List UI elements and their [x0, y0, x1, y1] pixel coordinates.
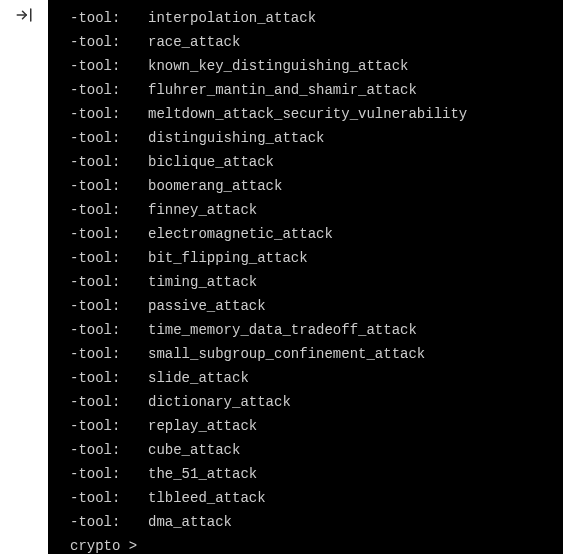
tool-value: boomerang_attack	[148, 174, 282, 198]
tool-flag-label: -tool:	[70, 318, 148, 342]
tool-value: replay_attack	[148, 414, 257, 438]
tool-value: distinguishing_attack	[148, 126, 324, 150]
terminal-line: -tool: time_memory_data_tradeoff_attack	[70, 318, 563, 342]
tool-flag-label: -tool:	[70, 510, 148, 534]
tool-value: biclique_attack	[148, 150, 274, 174]
exit-icon[interactable]	[15, 6, 33, 28]
tool-value: the_51_attack	[148, 462, 257, 486]
terminal-line: -tool: race_attack	[70, 30, 563, 54]
tool-value: bit_flipping_attack	[148, 246, 308, 270]
terminal-line: -tool: passive_attack	[70, 294, 563, 318]
terminal-line: -tool: known_key_distinguishing_attack	[70, 54, 563, 78]
terminal-line: -tool: distinguishing_attack	[70, 126, 563, 150]
terminal-line: -tool: tlbleed_attack	[70, 486, 563, 510]
terminal-line: -tool: replay_attack	[70, 414, 563, 438]
terminal-line: -tool: meltdown_attack_security_vulnerab…	[70, 102, 563, 126]
tool-flag-label: -tool:	[70, 126, 148, 150]
tool-value: time_memory_data_tradeoff_attack	[148, 318, 417, 342]
tool-flag-label: -tool:	[70, 78, 148, 102]
tool-flag-label: -tool:	[70, 54, 148, 78]
terminal-line: -tool: small_subgroup_confinement_attack	[70, 342, 563, 366]
tool-value: slide_attack	[148, 366, 249, 390]
terminal-line: -tool: dictionary_attack	[70, 390, 563, 414]
terminal-prompt: crypto >	[70, 538, 146, 554]
tool-flag-label: -tool:	[70, 438, 148, 462]
tool-flag-label: -tool:	[70, 342, 148, 366]
terminal-line: -tool: finney_attack	[70, 198, 563, 222]
tool-value: interpolation_attack	[148, 6, 316, 30]
tool-value: small_subgroup_confinement_attack	[148, 342, 425, 366]
terminal-output[interactable]: -tool: interpolation_attack-tool: race_a…	[48, 0, 563, 554]
terminal-line: -tool: fluhrer_mantin_and_shamir_attack	[70, 78, 563, 102]
terminal-line: -tool: bit_flipping_attack	[70, 246, 563, 270]
sidebar	[0, 0, 48, 554]
terminal-line: -tool: dma_attack	[70, 510, 563, 534]
tool-flag-label: -tool:	[70, 6, 148, 30]
tool-flag-label: -tool:	[70, 390, 148, 414]
tool-value: dma_attack	[148, 510, 232, 534]
tool-value: passive_attack	[148, 294, 266, 318]
tool-value: finney_attack	[148, 198, 257, 222]
tool-flag-label: -tool:	[70, 198, 148, 222]
terminal-line: -tool: the_51_attack	[70, 462, 563, 486]
terminal-line: -tool: biclique_attack	[70, 150, 563, 174]
terminal-line: -tool: timing_attack	[70, 270, 563, 294]
tool-flag-label: -tool:	[70, 222, 148, 246]
tool-flag-label: -tool:	[70, 486, 148, 510]
tool-flag-label: -tool:	[70, 366, 148, 390]
tool-flag-label: -tool:	[70, 246, 148, 270]
tool-value: race_attack	[148, 30, 240, 54]
tool-value: known_key_distinguishing_attack	[148, 54, 408, 78]
tool-flag-label: -tool:	[70, 462, 148, 486]
tool-value: fluhrer_mantin_and_shamir_attack	[148, 78, 417, 102]
terminal-line: -tool: interpolation_attack	[70, 6, 563, 30]
tool-flag-label: -tool:	[70, 270, 148, 294]
terminal-line: -tool: cube_attack	[70, 438, 563, 462]
tool-value: dictionary_attack	[148, 390, 291, 414]
tool-value: tlbleed_attack	[148, 486, 266, 510]
tool-value: cube_attack	[148, 438, 240, 462]
terminal-line: -tool: electromagnetic_attack	[70, 222, 563, 246]
tool-flag-label: -tool:	[70, 414, 148, 438]
tool-flag-label: -tool:	[70, 102, 148, 126]
tool-value: electromagnetic_attack	[148, 222, 333, 246]
terminal-line: -tool: boomerang_attack	[70, 174, 563, 198]
tool-flag-label: -tool:	[70, 30, 148, 54]
tool-value: timing_attack	[148, 270, 257, 294]
tool-flag-label: -tool:	[70, 294, 148, 318]
tool-flag-label: -tool:	[70, 150, 148, 174]
terminal-line: -tool: slide_attack	[70, 366, 563, 390]
tool-value: meltdown_attack_security_vulnerability	[148, 102, 467, 126]
tool-flag-label: -tool:	[70, 174, 148, 198]
